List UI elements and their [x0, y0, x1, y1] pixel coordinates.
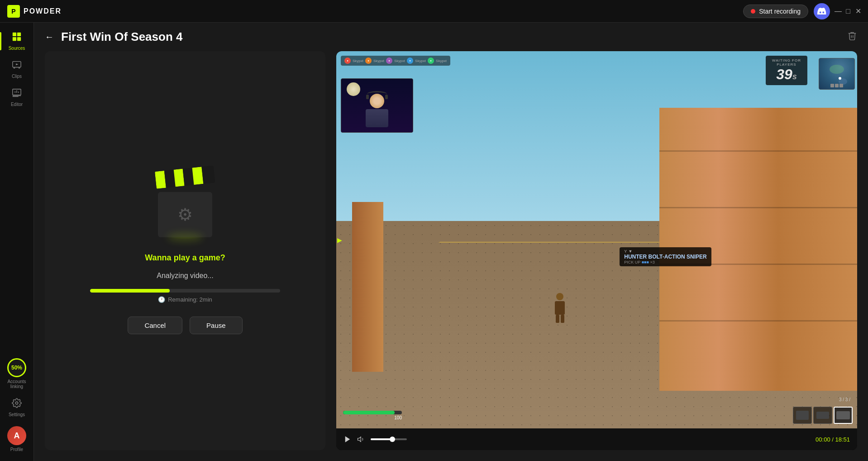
- svg-rect-2: [13, 37, 16, 41]
- svg-rect-3: [17, 37, 21, 41]
- remaining-label: Remaining: 2min: [168, 296, 212, 303]
- countdown-box: WAITING FORPLAYERS 39s: [766, 56, 807, 85]
- settings-label: Settings: [9, 412, 25, 417]
- editor-label: Editor: [11, 102, 23, 107]
- window-controls: — □ ✕: [835, 9, 861, 14]
- action-buttons: Cancel Pause: [128, 317, 242, 334]
- accounts-percent: 50%: [11, 365, 22, 371]
- start-recording-button[interactable]: Start recording: [743, 5, 808, 18]
- minimap: [819, 58, 855, 90]
- content-area: ← First Win Of Season 4: [34, 23, 868, 461]
- accounts-badge: 50%: [7, 358, 26, 377]
- gear-icon: ⚙: [177, 205, 193, 225]
- item-pickup-hud: Y ▼ HUNTER BOLT-ACTION SNIPER PICK UP ■■…: [620, 247, 711, 266]
- video-container: ● Skypxt ● Skypxt ● Skypxt ● Skypxt ● Sk…: [336, 51, 857, 428]
- title-bar-left: P POWDER: [7, 5, 62, 18]
- analyzing-text: Analyzing video...: [157, 272, 213, 280]
- main-content: ⚙ Wanna play a game? Analyzing: [34, 51, 868, 461]
- clapperboard-icon: ⚙: [149, 167, 221, 240]
- video-panel: ● Skypxt ● Skypxt ● Skypxt ● Skypxt ● Sk…: [336, 51, 857, 450]
- countdown-label: WAITING FORPLAYERS: [772, 58, 801, 67]
- delete-button[interactable]: [847, 31, 857, 43]
- back-button[interactable]: ←: [45, 32, 54, 42]
- player-tags: ● Skypxt ● Skypxt ● Skypxt ● Skypxt ● Sk…: [341, 56, 450, 66]
- progress-bar-fill: [90, 289, 170, 293]
- ammo-count: 3 / 3 /: [839, 397, 850, 402]
- side-indicator: ▶: [337, 236, 342, 244]
- webcam-overlay: [341, 78, 413, 133]
- sidebar-item-clips[interactable]: Clips: [0, 55, 33, 83]
- start-recording-label: Start recording: [759, 8, 801, 15]
- health-hud: 100: [343, 411, 402, 420]
- title-bar-right: Start recording — □ ✕: [743, 3, 861, 19]
- countdown-unit: s: [792, 72, 797, 81]
- svg-rect-7: [19, 67, 20, 68]
- page-header: ← First Win Of Season 4: [34, 23, 868, 51]
- profile-avatar: A: [7, 426, 26, 445]
- close-button[interactable]: ✕: [855, 9, 861, 14]
- time-display: 00:00 / 18:51: [816, 436, 850, 443]
- title-bar: P POWDER Start recording — □ ✕: [0, 0, 868, 23]
- wanna-play-text: Wanna play a game?: [145, 253, 225, 263]
- sidebar-item-settings[interactable]: Settings: [0, 394, 33, 422]
- sidebar-item-accounts[interactable]: 50% Accountslinking: [0, 354, 33, 394]
- minimap-inner: [819, 58, 854, 89]
- sources-label: Sources: [9, 46, 25, 51]
- remaining-text: 🕐 Remaining: 2min: [90, 296, 280, 303]
- svg-marker-5: [16, 63, 19, 65]
- sources-icon: [12, 32, 22, 44]
- clips-icon: [12, 60, 22, 72]
- minimize-button[interactable]: —: [835, 9, 841, 14]
- video-controls: 00:00 / 18:51: [336, 428, 857, 450]
- accounts-label: Accountslinking: [7, 379, 26, 389]
- logo-icon: P: [7, 5, 20, 18]
- volume-button[interactable]: [357, 435, 365, 443]
- progress-container: 🕐 Remaining: 2min: [90, 289, 280, 303]
- profile-label: Profile: [10, 447, 23, 452]
- pause-button[interactable]: Pause: [190, 317, 243, 334]
- sidebar: Sources Clips: [0, 23, 34, 461]
- wooden-structure-left: [352, 202, 383, 372]
- processing-panel: ⚙ Wanna play a game? Analyzing: [45, 51, 325, 450]
- item-name: HUNTER BOLT-ACTION SNIPER: [624, 254, 706, 260]
- play-button[interactable]: [343, 435, 352, 443]
- sidebar-item-editor[interactable]: Editor: [0, 83, 33, 111]
- editor-icon: [12, 88, 22, 100]
- maximize-button[interactable]: □: [845, 9, 851, 14]
- cancel-button[interactable]: Cancel: [128, 317, 182, 334]
- health-value: 100: [343, 415, 402, 420]
- page-header-left: ← First Win Of Season 4: [45, 30, 182, 44]
- app-logo: P POWDER: [7, 5, 62, 18]
- settings-icon: [12, 398, 22, 410]
- page-title: First Win Of Season 4: [61, 30, 182, 44]
- volume-slider[interactable]: [371, 438, 407, 440]
- webcam-content: [341, 79, 413, 132]
- sidebar-item-sources[interactable]: Sources: [0, 27, 33, 55]
- countdown-number: 39s: [772, 67, 801, 82]
- clips-label: Clips: [12, 74, 22, 79]
- game-scene: ● Skypxt ● Skypxt ● Skypxt ● Skypxt ● Sk…: [336, 51, 857, 428]
- character: [555, 293, 565, 323]
- svg-rect-6: [14, 67, 15, 68]
- discord-icon[interactable]: [814, 3, 830, 19]
- app-body: Sources Clips: [0, 23, 868, 461]
- app-name: POWDER: [24, 7, 62, 15]
- clock-icon: 🕐: [158, 296, 165, 303]
- svg-point-14: [15, 402, 18, 404]
- sidebar-bottom: 50% Accountslinking Settings A Profile: [0, 354, 33, 456]
- record-dot-icon: [751, 9, 755, 14]
- svg-rect-0: [13, 33, 16, 36]
- progress-bar-bg: [90, 289, 280, 293]
- weapon-slots: [793, 407, 853, 424]
- hud: ● Skypxt ● Skypxt ● Skypxt ● Skypxt ● Sk…: [336, 56, 857, 85]
- svg-marker-16: [358, 437, 361, 442]
- svg-marker-15: [345, 436, 350, 442]
- svg-rect-1: [17, 33, 21, 36]
- sidebar-item-profile[interactable]: A Profile: [0, 422, 33, 456]
